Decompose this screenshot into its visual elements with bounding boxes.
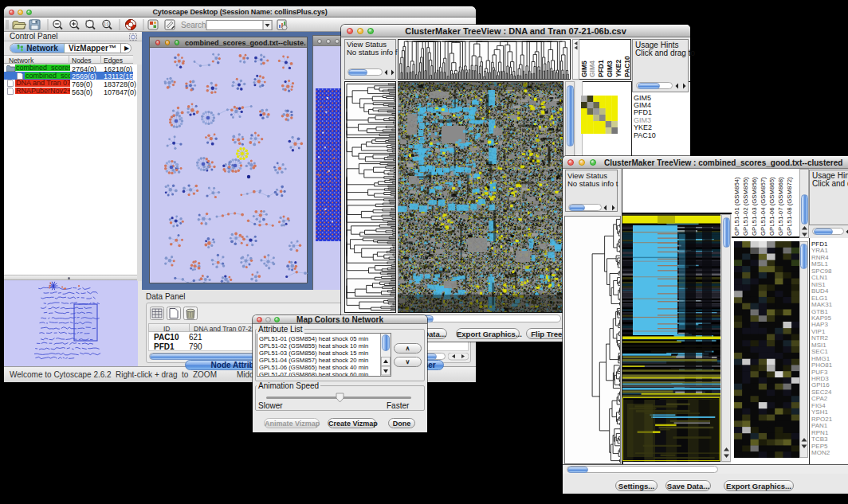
svg-text:PAC10: PAC10 (623, 56, 630, 77)
svg-text:GPL51-08 (GSM872): GPL51-08 (GSM872) (786, 177, 793, 236)
svg-text:YKE2: YKE2 (614, 60, 622, 77)
svg-text:GPL51-07 (GSM868): GPL51-07 (GSM868) (777, 177, 784, 236)
svg-text:Search:: Search: (181, 21, 208, 29)
svg-text:PFD1: PFD1 (597, 60, 605, 77)
svg-text:GPL51-03 (GSM856): GPL51-03 (GSM856) (751, 177, 758, 236)
svg-text:GPL51-01 (GSM854): GPL51-01 (GSM854) (733, 177, 740, 236)
svg-text:GPL51-06 (GSM865): GPL51-06 (GSM865) (768, 177, 775, 236)
svg-text:GIM4: GIM4 (588, 61, 596, 77)
svg-text:GPL51-02 (GSM855): GPL51-02 (GSM855) (742, 177, 749, 236)
svg-text:1:1: 1:1 (104, 22, 109, 26)
svg-text:GIM5: GIM5 (580, 61, 588, 77)
svg-text:GPL51-04 (GSM857): GPL51-04 (GSM857) (760, 177, 767, 236)
svg-text:GIM3: GIM3 (606, 61, 614, 77)
